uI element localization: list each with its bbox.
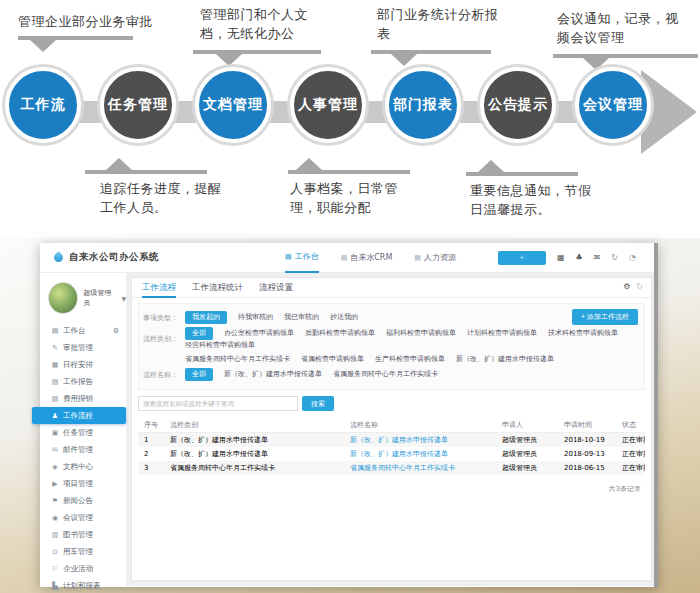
sidebar-item-expense[interactable]: ▨ 费用报销 xyxy=(40,390,126,407)
workflow-icon: ♟ xyxy=(50,412,60,420)
grid-icon: ▤ xyxy=(341,243,348,273)
callout-pointer-icon xyxy=(106,158,132,170)
app-window: 自来水公司办公系统 ▤ 工作台 ▤ 自来水CRM ▤ 人力资源 xyxy=(40,243,658,587)
header-create-button[interactable]: + xyxy=(498,251,546,265)
filter-chip-initiated[interactable]: 我发起的 xyxy=(185,311,227,324)
sidebar-item-news[interactable]: ⚑ 新闻公告 xyxy=(40,492,126,509)
add-workflow-button[interactable]: + 添加工作流程 xyxy=(572,309,638,325)
sidebar-item-workbench[interactable]: ▤ 工作台 ⚙ xyxy=(40,322,126,339)
workflow-link[interactable]: 省属服务周转中心年月工作实绩卡 xyxy=(344,463,496,473)
task-icon: ▣ xyxy=(50,429,60,437)
sidebar-item-approval[interactable]: ✎ 审批管理 xyxy=(40,339,126,356)
filter-chip-cc[interactable]: 抄送我的 xyxy=(330,312,358,323)
record-count: 共3条记录 xyxy=(132,484,641,494)
user-profile[interactable]: 超级管理员 ▼ xyxy=(40,280,126,322)
filter-chip-category[interactable]: 生产科检查申请购领单 xyxy=(375,354,445,365)
user-name: 超级管理员 xyxy=(83,288,116,308)
vehicle-icon: ⊙ xyxy=(50,548,60,556)
nav-workbench[interactable]: ▤ 工作台 xyxy=(285,243,319,273)
flow-step-meeting: 会议管理 xyxy=(575,67,651,143)
sidebar-item-task[interactable]: ▣ 任务管理 xyxy=(40,424,126,441)
table-row[interactable]: 2 新（改、扩）建用水申报传递单 新（改、扩）建用水申报传递单 超级管理员 20… xyxy=(138,447,645,461)
tab-workflow[interactable]: 工作流程 xyxy=(142,278,176,298)
sidebar-item-meeting[interactable]: ◉ 会议管理 xyxy=(40,509,126,526)
calendar-icon: ▦ xyxy=(50,361,60,369)
sidebar-item-schedule[interactable]: ▦ 日程安排 xyxy=(40,356,126,373)
filter-chip-category[interactable]: 省属服务周转中心年月工作实绩卡 xyxy=(185,354,290,365)
filter-chip-category[interactable]: 后勤科检查申请购领单 xyxy=(305,328,375,339)
filter-chip-category[interactable]: 经营科检查申请购领单 xyxy=(185,340,255,351)
avatar[interactable] xyxy=(48,282,78,314)
brand: 自来水公司办公系统 xyxy=(40,251,159,264)
sidebar-item-doc-center[interactable]: ◈ 文档中心 xyxy=(40,458,126,475)
flow-step-workflow: 工作流 xyxy=(5,67,81,143)
scrollbar[interactable] xyxy=(654,243,658,587)
search-button[interactable]: 搜索 xyxy=(302,396,334,411)
filter-chip-category[interactable]: 技术科检查申请购领单 xyxy=(548,328,618,339)
filter-chip-category[interactable]: 新（改、扩）建用水申报传递单 xyxy=(456,354,554,365)
filter-category-row: 流程类别： 全部 办公室检查申请购领单 后勤科检查申请购领单 福利科检查申请购领… xyxy=(143,327,638,351)
callout-bar xyxy=(288,170,410,174)
sidebar-item-library[interactable]: ▥ 图书管理 xyxy=(40,526,126,543)
filter-label: 流程类别： xyxy=(143,334,185,344)
refresh-icon[interactable]: ↻ xyxy=(636,282,643,291)
theme-icon[interactable]: ♣ xyxy=(575,254,582,262)
sidebar-menu: ▤ 工作台 ⚙ ✎ 审批管理 ▦ 日程安排 ▧ xyxy=(40,322,126,593)
filter-chip-name[interactable]: 全部 xyxy=(185,368,213,381)
filter-chip-category[interactable]: 计划科检查申请购领单 xyxy=(467,328,537,339)
callout-bar xyxy=(371,50,491,54)
tab-workflow-stats[interactable]: 工作流程统计 xyxy=(192,278,243,298)
document-icon: ◈ xyxy=(50,463,60,471)
clock-icon[interactable]: ◔ xyxy=(629,254,636,262)
filter-chip-category[interactable]: 福利科检查申请购领单 xyxy=(386,328,456,339)
news-icon: ⚑ xyxy=(50,497,60,505)
callout-pointer-icon xyxy=(478,160,504,172)
sidebar-item-plan-report[interactable]: ▙ 计划和报表 xyxy=(40,577,126,593)
expense-icon: ▨ xyxy=(50,395,60,403)
mail-icon[interactable]: ✉ xyxy=(594,254,601,262)
callout-bar xyxy=(193,50,321,54)
table-row[interactable]: 1 新（改、扩）建用水申报传递单 新（改、扩）建用水申报传递单 超级管理员 20… xyxy=(138,433,645,447)
filter-chip-to-review[interactable]: 待我审核的 xyxy=(238,312,273,323)
callout-pointer-icon xyxy=(391,54,417,66)
workflow-link[interactable]: 新（改、扩）建用水申报传递单 xyxy=(344,449,496,459)
main-panel: 工作流程 工作流程统计 流程设置 ⚙ ↻ + 添加工作流程 事项类型： xyxy=(131,277,652,581)
status-badge: 正在审批 xyxy=(616,435,645,445)
callout-workflow: 管理企业部分业务审批 xyxy=(18,13,198,32)
sidebar-item-project[interactable]: ▶ 项目管理 xyxy=(40,475,126,492)
gear-icon[interactable]: ⚙ xyxy=(113,327,119,335)
top-nav: ▤ 工作台 ▤ 自来水CRM ▤ 人力资源 xyxy=(285,243,456,273)
book-icon: ▥ xyxy=(50,531,60,539)
filter-category-row-2: 省属服务周转中心年月工作实绩卡 省属检查申请购领单 生产科检查申请购领单 新（改… xyxy=(143,354,638,365)
nav-water-crm[interactable]: ▤ 自来水CRM xyxy=(341,243,393,273)
gear-icon[interactable]: ⚙ xyxy=(623,282,630,291)
sidebar-item-activity[interactable]: ⚐ 企业活动 xyxy=(40,560,126,577)
refresh-icon[interactable]: ↻ xyxy=(611,254,618,262)
apps-icon[interactable]: ▦ xyxy=(557,254,565,262)
filter-chip-category[interactable]: 办公室检查申请购领单 xyxy=(224,328,294,339)
filter-chip-name[interactable]: 新（改、扩）建用水申报传递单 xyxy=(224,369,322,380)
report-icon: ▧ xyxy=(50,378,60,386)
filter-chip-reviewed[interactable]: 我已审核的 xyxy=(284,312,319,323)
table-row[interactable]: 3 省属服务周转中心年月工作实绩卡 省属服务周转中心年月工作实绩卡 超级管理员 … xyxy=(138,461,645,475)
grid-icon: ▤ xyxy=(285,242,292,272)
filter-label: 流程名称： xyxy=(143,370,185,380)
filter-chip-name[interactable]: 省属服务周转中心年月工作实绩卡 xyxy=(333,369,438,380)
sidebar-item-work-report[interactable]: ▧ 工作报告 xyxy=(40,373,126,390)
sidebar-item-vehicle[interactable]: ⊙ 用车管理 xyxy=(40,543,126,560)
filter-chip-category[interactable]: 全部 xyxy=(185,327,213,340)
workflow-table: 序号 流程类别 流程名称 申请人 申请时间 状态 1 新（改、扩）建用水申报传递… xyxy=(138,418,645,475)
callout-pointer-icon xyxy=(30,40,56,52)
header-actions: + ▦ ♣ ✉ ↻ ◔ xyxy=(498,251,636,265)
nav-hr[interactable]: ▤ 人力资源 xyxy=(414,243,456,273)
filter-chip-category[interactable]: 省属检查申请购领单 xyxy=(301,354,364,365)
status-badge: 正在审批 xyxy=(616,463,645,473)
workflow-link[interactable]: 新（改、扩）建用水申报传递单 xyxy=(344,435,496,445)
flow-step-notice: 公告提示 xyxy=(480,67,556,143)
meeting-icon: ◉ xyxy=(50,514,60,522)
tab-flow-settings[interactable]: 流程设置 xyxy=(259,278,293,298)
sidebar-item-workflow[interactable]: ♟ 工作流程 xyxy=(32,407,126,424)
callout-meeting: 会议通知，记录，视频会议管理 xyxy=(557,10,683,48)
sidebar-item-mail[interactable]: ✉ 邮件管理 xyxy=(40,441,126,458)
search-input[interactable] xyxy=(138,396,298,411)
